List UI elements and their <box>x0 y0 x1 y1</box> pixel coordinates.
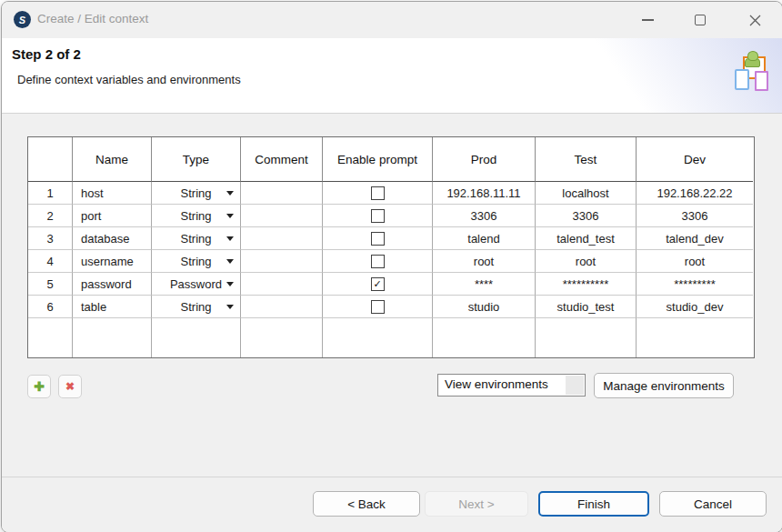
context-person-head <box>747 51 758 61</box>
context-wizard-icon <box>732 49 770 95</box>
type-dropdown-arrow-icon[interactable] <box>226 282 234 286</box>
delete-x-icon: ✖ <box>65 380 75 393</box>
enable-prompt-cell: ✓ <box>323 273 433 296</box>
app-icon-letter: S <box>19 15 25 25</box>
test-cell[interactable]: talend_test <box>536 227 637 250</box>
prod-cell[interactable]: root <box>433 250 536 273</box>
enable-prompt-checkbox[interactable] <box>371 232 385 246</box>
comment-cell[interactable] <box>241 205 323 227</box>
context-variables-table: Name Type Comment Enable prompt Prod Tes… <box>27 136 755 358</box>
maximize-button[interactable] <box>679 2 721 38</box>
enable-prompt-checkbox[interactable] <box>371 209 385 223</box>
titlebar[interactable]: S Create / Edit context <box>2 2 782 38</box>
empty-cell <box>323 318 433 357</box>
type-value: String <box>181 209 212 223</box>
name-cell[interactable]: table <box>73 296 152 318</box>
app-icon: S <box>14 11 31 28</box>
context-file-blue-shape <box>735 69 749 90</box>
empty-cell <box>28 318 73 357</box>
view-environments-combo[interactable]: View environments <box>437 374 586 396</box>
comment-cell[interactable] <box>241 227 323 250</box>
name-cell[interactable]: port <box>73 205 152 227</box>
dev-cell[interactable]: root <box>637 250 753 273</box>
type-dropdown-arrow-icon[interactable] <box>226 305 234 309</box>
window-title: Create / Edit context <box>37 12 148 25</box>
type-value: String <box>181 300 212 314</box>
enable-prompt-cell <box>323 227 433 250</box>
prod-cell[interactable]: **** <box>433 273 536 296</box>
test-cell[interactable]: localhost <box>536 182 637 205</box>
plus-icon: ✚ <box>34 379 45 394</box>
type-dropdown-arrow-icon[interactable] <box>226 259 234 264</box>
test-cell[interactable]: studio_test <box>536 296 637 318</box>
comment-cell[interactable] <box>241 182 323 205</box>
add-variable-button[interactable]: ✚ <box>27 375 51 398</box>
empty-cell <box>241 318 323 357</box>
row-number-cell: 2 <box>28 205 73 227</box>
finish-button[interactable]: Finish <box>538 491 649 517</box>
manage-environments-button[interactable]: Manage environments <box>594 373 734 398</box>
type-cell[interactable]: Password <box>152 273 241 296</box>
dev-cell[interactable]: 192.168.22.22 <box>637 182 753 205</box>
type-cell[interactable]: String <box>152 182 241 205</box>
minimize-icon <box>642 19 654 20</box>
footer-separator <box>2 477 782 477</box>
content-area: Name Type Comment Enable prompt Prod Tes… <box>2 114 782 532</box>
enable-prompt-checkbox[interactable] <box>371 255 385 268</box>
name-cell[interactable]: host <box>73 182 152 205</box>
remove-variable-button[interactable]: ✖ <box>58 375 82 398</box>
dev-cell[interactable]: studio_dev <box>637 296 753 318</box>
type-value: String <box>181 232 212 246</box>
cancel-button[interactable]: Cancel <box>659 491 767 517</box>
dev-cell[interactable]: 3306 <box>637 205 753 227</box>
name-cell[interactable]: password <box>73 273 152 296</box>
col-header-comment: Comment <box>241 137 323 182</box>
col-header-enable-prompt: Enable prompt <box>323 137 433 182</box>
type-cell[interactable]: String <box>152 250 241 273</box>
combo-dropdown-area[interactable] <box>566 376 584 395</box>
empty-cell <box>433 318 536 357</box>
type-dropdown-arrow-icon[interactable] <box>226 191 234 196</box>
type-dropdown-arrow-icon[interactable] <box>226 236 234 241</box>
step-title: Step 2 of 2 <box>12 46 81 62</box>
type-cell[interactable]: String <box>152 227 241 250</box>
prod-cell[interactable]: studio <box>433 296 536 318</box>
enable-prompt-cell <box>323 205 433 227</box>
row-number-cell: 3 <box>28 227 73 250</box>
back-button[interactable]: < Back <box>313 491 420 517</box>
context-file-purple-shape <box>755 71 768 91</box>
dev-cell[interactable]: talend_dev <box>637 227 753 250</box>
prod-cell[interactable]: 192.168.11.11 <box>433 182 536 205</box>
row-number-cell: 5 <box>28 273 73 296</box>
enable-prompt-checkbox[interactable] <box>371 300 385 314</box>
prod-cell[interactable]: talend <box>433 227 536 250</box>
view-environments-label: View environments <box>445 377 548 391</box>
enable-prompt-checkbox[interactable] <box>371 186 385 200</box>
type-dropdown-arrow-icon[interactable] <box>226 214 234 218</box>
minimize-button[interactable] <box>627 2 668 38</box>
next-button[interactable]: Next > <box>425 491 528 517</box>
name-cell[interactable]: database <box>73 227 152 250</box>
close-button[interactable] <box>734 2 776 38</box>
dev-cell[interactable]: ********* <box>637 273 753 296</box>
row-number-cell: 1 <box>28 182 73 205</box>
col-header-name: Name <box>73 137 152 182</box>
empty-cell <box>152 318 241 357</box>
name-cell[interactable]: username <box>73 250 152 273</box>
comment-cell[interactable] <box>241 273 323 296</box>
type-value: Password <box>170 277 222 291</box>
enable-prompt-checkbox[interactable]: ✓ <box>371 277 385 291</box>
enable-prompt-cell <box>323 250 433 273</box>
prod-cell[interactable]: 3306 <box>433 205 536 227</box>
comment-cell[interactable] <box>241 296 323 318</box>
empty-cell <box>637 318 753 357</box>
row-number-cell: 6 <box>28 296 73 318</box>
test-cell[interactable]: 3306 <box>536 205 637 227</box>
col-header-prod: Prod <box>433 137 536 182</box>
type-cell[interactable]: String <box>152 296 241 318</box>
row-number-cell: 4 <box>28 250 73 273</box>
comment-cell[interactable] <box>241 250 323 273</box>
test-cell[interactable]: ********** <box>536 273 637 296</box>
type-cell[interactable]: String <box>152 205 241 227</box>
test-cell[interactable]: root <box>536 250 637 273</box>
